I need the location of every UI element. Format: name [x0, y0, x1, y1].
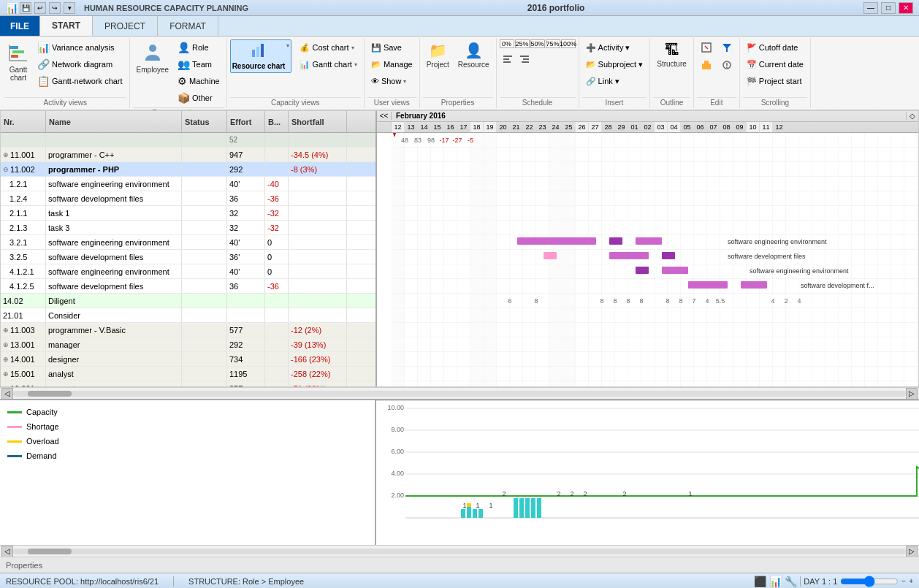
tab-start[interactable]: START: [40, 16, 93, 36]
svg-text:software development files: software development files: [728, 253, 806, 260]
tab-project[interactable]: PROJECT: [93, 16, 158, 36]
activity-btn[interactable]: ➕ Activity ▾: [582, 39, 647, 56]
svg-text:-27: -27: [452, 137, 462, 144]
scroll-thumb[interactable]: [28, 391, 72, 397]
zoom-out-btn[interactable]: −: [901, 577, 906, 585]
zoom-75-btn[interactable]: 75%: [546, 39, 560, 48]
resource-chart-btn[interactable]: Resource chart ▾: [230, 39, 292, 73]
properties-bar[interactable]: Properties: [0, 557, 919, 573]
capacity-gantt-btn[interactable]: 📊 Gantt chart ▾: [296, 56, 360, 72]
zoom-50-btn[interactable]: 50%: [530, 39, 545, 48]
expand-icon[interactable]: ⊕: [3, 356, 9, 363]
gantt-bar: [662, 252, 675, 259]
zoom-0-btn[interactable]: 0%: [500, 39, 514, 48]
edit-btn3[interactable]: [697, 57, 716, 73]
subproject-btn[interactable]: 📂 Subproject ▾: [582, 56, 647, 72]
svg-rect-1: [12, 50, 24, 53]
col-name: Name: [46, 111, 182, 132]
undo-icon[interactable]: ↩: [34, 2, 46, 14]
chart-scroll-left-btn[interactable]: ◁: [1, 546, 13, 557]
resource-chart-arrow: ▾: [286, 42, 289, 49]
more-icon[interactable]: ▾: [64, 2, 75, 14]
edit-btn4[interactable]: [717, 57, 736, 73]
chart-scroll-track[interactable]: [13, 549, 906, 554]
table-row[interactable]: 3.2.5 software development files 36' 0: [1, 250, 375, 264]
expand-icon[interactable]: ⊕: [3, 151, 9, 159]
close-btn[interactable]: ✕: [899, 2, 913, 14]
day-cell: 10: [747, 122, 760, 132]
save-view-btn[interactable]: 💾 Save: [367, 39, 416, 56]
project-btn[interactable]: 📁 Project: [423, 39, 453, 71]
machine-btn[interactable]: ⚙ Machine: [174, 73, 224, 89]
manage-view-btn[interactable]: 📂 Manage: [367, 56, 416, 72]
zoom-slider[interactable]: [840, 576, 899, 587]
filter-btn[interactable]: [717, 39, 736, 56]
minimize-btn[interactable]: —: [863, 2, 878, 14]
expand-icon[interactable]: ⊕: [3, 327, 9, 334]
day-cell: 06: [694, 122, 707, 132]
current-date-btn[interactable]: 📅 Current date: [743, 56, 807, 72]
table-row[interactable]: 4.1.2.1 software engineering environment…: [1, 264, 375, 279]
expand-icon[interactable]: ⊕: [3, 370, 9, 378]
zoom-100-btn[interactable]: 100%: [561, 39, 576, 48]
structure-btn[interactable]: 🏗 Structure: [653, 39, 690, 70]
table-row[interactable]: ⊖11.002 programmer - PHP 292 -8 (3%): [1, 162, 375, 177]
schedule-right-btn[interactable]: [516, 50, 533, 66]
table-row[interactable]: 1.2.1 software engineering environment 4…: [1, 177, 375, 191]
link-btn[interactable]: 🔗 Link ▾: [582, 73, 647, 89]
cost-chart-btn[interactable]: 💰 Cost chart ▾: [296, 39, 360, 56]
status-icon1[interactable]: ⬛: [754, 576, 766, 587]
maximize-btn[interactable]: □: [881, 2, 896, 14]
chart-scroll-right-btn[interactable]: ▷: [906, 546, 918, 557]
month-label: February 2016: [392, 112, 907, 120]
table-row[interactable]: ⊕13.001 manager 292 -39 (13%): [1, 337, 375, 352]
table-row[interactable]: ⊕11.001 programmer - C++ 947 -34.5 (4%): [1, 148, 375, 162]
insert-btns: ➕ Activity ▾ 📂 Subproject ▾ 🔗 Link ▾: [582, 39, 647, 89]
table-row[interactable]: 2.1.3 task 3 32 -32: [1, 221, 375, 235]
expand-icon[interactable]: ⊖: [3, 166, 9, 173]
chart-scroll-thumb[interactable]: [28, 549, 72, 554]
project-start-btn[interactable]: 🏁 Project start: [743, 73, 807, 89]
scroll-right-btn[interactable]: ▷: [906, 388, 918, 400]
team-btn[interactable]: 👥 Team: [174, 56, 224, 72]
role-btn[interactable]: 👤 Role: [174, 39, 224, 56]
edit-btn1[interactable]: [697, 39, 716, 56]
table-row[interactable]: ⊕16.001 support 257 -51 (20%): [1, 381, 375, 386]
expand-icon[interactable]: ⊕: [3, 385, 9, 387]
table-row[interactable]: 1.2.4 software development files 36 -36: [1, 191, 375, 206]
nav-left-btn[interactable]: <<: [377, 112, 392, 120]
gantt-chart-btn[interactable]: Ganttchart: [4, 39, 32, 84]
other-btn[interactable]: 📦 Other: [174, 90, 224, 106]
table-row[interactable]: 2.1.1 task 1 32 -32: [1, 206, 375, 221]
zoom-label: DAY 1 : 1: [804, 577, 837, 586]
zoom-25-btn[interactable]: 25%: [515, 39, 530, 48]
scroll-left-btn[interactable]: ◁: [1, 388, 13, 400]
resource-btn[interactable]: 👤 Resource: [454, 39, 493, 71]
table-row[interactable]: ⊕15.001 analyst 1195 -258 (22%): [1, 367, 375, 381]
cutoff-date-btn[interactable]: 🚩 Cutoff date: [743, 39, 807, 56]
status-icon3[interactable]: 🔧: [785, 576, 797, 587]
zoom-in-btn[interactable]: +: [909, 577, 913, 585]
table-row[interactable]: 3.2.1 software engineering environment 4…: [1, 235, 375, 250]
redo-icon[interactable]: ↪: [49, 2, 61, 14]
title-bar-left: 📊 💾 ↩ ↪ ▾ HUMAN RESOURCE CAPACITY PLANNI…: [6, 2, 248, 14]
tab-file[interactable]: FILE: [0, 16, 40, 36]
table-row[interactable]: 4.1.2.5 software development files 36 -3…: [1, 279, 375, 294]
table-row[interactable]: 21.01 Consider: [1, 308, 375, 323]
variance-analysis-btn[interactable]: 📊 Variance analysis: [34, 39, 126, 56]
table-row[interactable]: ⊕14.001 designer 734 -166 (23%): [1, 352, 375, 367]
legend-shortage: Shortage: [7, 422, 367, 431]
tab-format[interactable]: FORMAT: [158, 16, 218, 36]
schedule-left-btn[interactable]: [500, 50, 516, 66]
resource-icon: 👤: [465, 42, 483, 59]
network-diagram-btn[interactable]: 🔗 Network diagram: [34, 56, 126, 72]
save-icon[interactable]: 💾: [20, 2, 31, 14]
scroll-track[interactable]: [13, 391, 906, 397]
status-icon2[interactable]: 📊: [769, 576, 782, 587]
show-view-btn[interactable]: 👁 Show ▾: [367, 73, 416, 89]
table-row[interactable]: 14.02 Diligent: [1, 294, 375, 308]
employee-large-btn[interactable]: Employee: [133, 39, 172, 76]
table-row[interactable]: ⊕11.003 programmer - V.Basic 577 -12 (2%…: [1, 323, 375, 337]
gantt-network-btn[interactable]: 📋 Gantt-network chart: [34, 73, 126, 89]
expand-icon[interactable]: ⊕: [3, 341, 9, 348]
